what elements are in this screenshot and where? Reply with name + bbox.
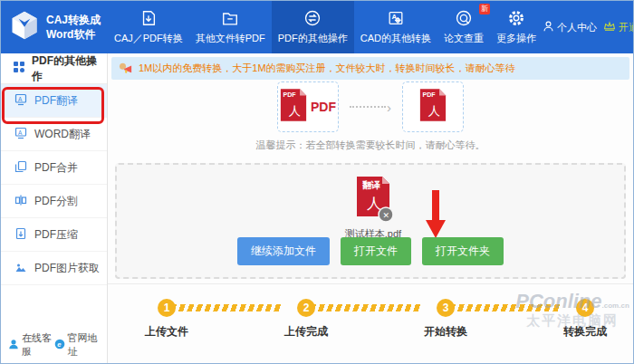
step-1-label: 上传文件 xyxy=(126,324,207,340)
main-area: 1M以内的免费转换，大于1M的需购买注册，文件较大时，转换时间较长，请耐心等待 … xyxy=(108,53,633,364)
tab-caj-pdf-convert[interactable]: CAJ／PDF转换 xyxy=(108,1,189,53)
official-website-link[interactable]: e 官网地址 xyxy=(54,331,101,359)
word-translate-icon: A xyxy=(14,127,27,142)
cad-icon: A xyxy=(387,9,405,29)
action-buttons: 继续添加文件 打开文件 打开文件夹 xyxy=(117,237,624,265)
customer-service-icon xyxy=(8,339,19,351)
step-4-circle: 4 xyxy=(576,299,594,317)
annotation-arrow xyxy=(425,190,447,243)
sidebar-item-pdf-merge[interactable]: PDF合并 xyxy=(1,151,107,185)
top-tabs: CAJ／PDF转换 其他文件转PDF PDF的其他操作 xyxy=(108,1,543,53)
tab-label: CAD的其他转换 xyxy=(360,32,431,45)
pdf-merge-icon xyxy=(14,160,27,176)
sidebar-item-pdf-image-extract[interactable]: PDF图片获取 xyxy=(1,252,107,285)
sidebar-item-word-translate[interactable]: A WORD翻译 xyxy=(1,118,107,151)
notice-text: 1M以内的免费转换，大于1M的需购买注册，文件较大时，转换时间较长，请耐心等待 xyxy=(139,62,515,75)
svg-text:e: e xyxy=(57,340,62,349)
tab-label: 论文查重 xyxy=(444,32,484,45)
uploaded-pdf-icon: 翻译 人 ✕ xyxy=(352,210,394,225)
header-bar: CAJ转换成 Word软件 CAJ／PDF转换 其他文件转PD xyxy=(1,1,633,53)
pdf-split-icon xyxy=(14,194,27,209)
step-connector xyxy=(172,304,283,311)
pdf-label: PDF xyxy=(311,100,336,114)
target-file-box: PDF 人 xyxy=(402,81,464,132)
new-badge: 新 xyxy=(479,4,490,14)
pdf-file-icon: PDF 人 xyxy=(419,88,447,126)
tab-label: 更多操作 xyxy=(496,32,536,45)
caj-pdf-convert-icon xyxy=(139,9,158,29)
online-service-link[interactable]: 在线客服 xyxy=(8,331,54,359)
announcement-icon xyxy=(119,62,133,76)
pdf-translate-icon: A xyxy=(14,93,27,109)
svg-text:翻译: 翻译 xyxy=(361,180,380,190)
person-icon xyxy=(543,20,554,34)
tab-label: PDF的其他操作 xyxy=(278,32,348,45)
warm-tip-text: 温馨提示：若全部转换需要较长时间，请耐心等待。 xyxy=(256,139,485,152)
app-logo-icon xyxy=(8,9,41,45)
tab-paper-check[interactable]: 新 论文查重 xyxy=(437,1,490,53)
open-file-button[interactable]: 打开文件 xyxy=(341,237,411,265)
svg-text:人: 人 xyxy=(367,196,381,211)
sidebar-item-pdf-split[interactable]: PDF分割 xyxy=(1,185,107,218)
svg-text:PDF: PDF xyxy=(423,91,437,98)
tab-more-operations[interactable]: 更多操作 xyxy=(490,1,543,53)
step-4-label: 转换完成 xyxy=(544,324,626,340)
progress-steps: 1 2 3 4 上传文件 上传完成 开始转换 转换完成 PConline.com… xyxy=(108,283,633,364)
gear-icon xyxy=(507,9,525,29)
pdf-file-icon: PDF 人 xyxy=(280,88,307,126)
dotted-arrow: › xyxy=(350,101,391,114)
header-right: 个人中心 开通VIP ≡ — □ ✕ xyxy=(543,1,634,53)
step-3-label: 开始转换 xyxy=(405,324,486,340)
add-more-files-button[interactable]: 继续添加文件 xyxy=(237,237,330,265)
svg-text:PDF: PDF xyxy=(283,91,297,98)
tab-label: 其他文件转PDF xyxy=(196,32,265,45)
paper-check-icon xyxy=(455,9,473,29)
step-2-label: 上传完成 xyxy=(265,324,347,340)
uploaded-file[interactable]: 翻译 人 ✕ 测试样本.pdf xyxy=(323,176,423,241)
source-file-box: PDF 人 PDF xyxy=(277,81,339,132)
svg-text:A: A xyxy=(18,95,23,101)
tab-label: CAJ／PDF转换 xyxy=(114,32,183,45)
sidebar-item-pdf-compress[interactable]: PDF压缩 xyxy=(1,218,107,252)
folder-icon xyxy=(221,9,239,29)
sidebar-item-pdf-translate[interactable]: A PDF翻译 xyxy=(1,84,107,118)
svg-text:✕: ✕ xyxy=(382,211,389,220)
grid-icon xyxy=(13,61,25,76)
svg-text:A: A xyxy=(18,129,23,135)
sidebar-section-header: PDF的其他操作 xyxy=(1,53,107,84)
user-center-link[interactable]: 个人中心 xyxy=(543,20,597,34)
step-connector xyxy=(312,304,422,311)
app-title: CAJ转换成 Word软件 xyxy=(46,13,101,42)
upload-panel: 翻译 人 ✕ 测试样本.pdf 继续添加文件 xyxy=(115,163,626,279)
app-logo-area: CAJ转换成 Word软件 xyxy=(1,1,108,53)
crown-icon xyxy=(603,21,616,34)
open-folder-button[interactable]: 打开文件夹 xyxy=(422,237,504,265)
open-vip-link[interactable]: 开通VIP xyxy=(603,21,634,34)
tab-other-files-to-pdf[interactable]: 其他文件转PDF xyxy=(189,1,272,53)
tab-pdf-other-operations[interactable]: PDF的其他操作 xyxy=(272,1,354,53)
svg-text:人: 人 xyxy=(428,104,440,118)
svg-text:人: 人 xyxy=(289,104,301,118)
notice-bar: 1M以内的免费转换，大于1M的需购买注册，文件较大时，转换时间较长，请耐心等待 xyxy=(111,57,629,80)
globe-e-icon: e xyxy=(54,339,65,351)
sidebar: PDF的其他操作 A PDF翻译 A xyxy=(1,53,108,364)
sidebar-footer: 在线客服 e 官网地址 xyxy=(1,331,107,359)
pdf-image-extract-icon xyxy=(14,261,27,276)
conversion-illustration: PDF 人 PDF › xyxy=(108,80,633,156)
pdf-compress-icon xyxy=(14,227,27,243)
tab-cad-other-conversions[interactable]: A CAD的其他转换 xyxy=(354,1,437,53)
swap-arrows-icon xyxy=(303,9,322,29)
step-connector xyxy=(451,304,562,311)
app-window: CAJ转换成 Word软件 CAJ／PDF转换 其他文件转PD xyxy=(0,0,634,364)
